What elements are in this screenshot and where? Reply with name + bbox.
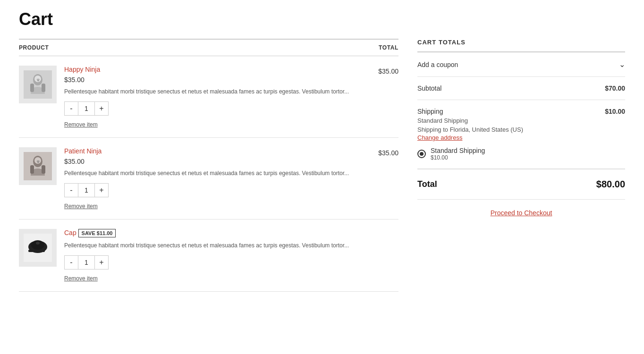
product-image: ψ (19, 147, 57, 185)
svg-rect-3 (42, 84, 45, 92)
item-total: $35.00 (378, 147, 398, 157)
cart-totals-title: CART TOTALS (417, 39, 625, 52)
quantity-increase-button[interactable]: + (95, 256, 108, 269)
chevron-down-icon: ⌄ (619, 60, 625, 69)
quantity-stepper: - 1 + (64, 183, 109, 197)
cart-item-details: Cap SAVE $11.00 Pellentesque habitant mo… (64, 229, 398, 282)
remove-item-button[interactable]: Remove item (64, 203, 98, 210)
cart-item-left: Cap SAVE $11.00 Pellentesque habitant mo… (19, 229, 398, 282)
item-total: $35.00 (378, 66, 398, 75)
proceed-to-checkout-button[interactable]: Proceed to Checkout (491, 209, 552, 217)
svg-text:ψ: ψ (37, 77, 40, 82)
quantity-stepper: - 1 + (64, 101, 109, 116)
product-name-link[interactable]: Cap (64, 229, 76, 236)
remove-item-button[interactable]: Remove item (64, 121, 98, 128)
product-badge: SAVE $11.00 (78, 229, 116, 237)
quantity-decrease-button[interactable]: - (65, 256, 78, 269)
page-title: Cart (19, 9, 625, 29)
total-label: Total (417, 179, 437, 189)
table-row: ψ Happy Ninja $35.00 Pellentesque habita… (19, 56, 398, 138)
cart-item-left: ψ Happy Ninja $35.00 Pellentesque habita… (19, 66, 378, 128)
subtotal-value: $70.00 (605, 84, 625, 92)
product-name-link[interactable]: Happy Ninja (64, 66, 100, 73)
change-address-link[interactable]: Change address (417, 134, 625, 141)
product-description: Pellentesque habitant morbi tristique se… (64, 169, 378, 177)
shipping-option-price: $10.00 (431, 154, 485, 161)
quantity-decrease-button[interactable]: - (65, 102, 78, 115)
product-name-link[interactable]: Patient Ninja (64, 147, 102, 155)
svg-rect-8 (30, 165, 34, 174)
cart-item-details: Patient Ninja $35.00 Pellentesque habita… (64, 147, 378, 210)
svg-rect-15 (28, 250, 45, 252)
shipping-option-details: Standard Shipping $10.00 (431, 147, 485, 161)
radio-inner (420, 152, 424, 156)
svg-point-16 (36, 242, 40, 244)
table-row: ψ Patient Ninja $35.00 Pellentesque habi… (19, 138, 398, 219)
shipping-method: Standard Shipping (417, 117, 468, 124)
cart-item-details: Happy Ninja $35.00 Pellentesque habitant… (64, 66, 378, 128)
product-price: $35.00 (64, 158, 378, 165)
quantity-value: 1 (78, 256, 95, 269)
remove-item-button[interactable]: Remove item (64, 275, 98, 282)
table-row: Cap SAVE $11.00 Pellentesque habitant mo… (19, 219, 398, 292)
cart-main: PRODUCT TOTAL ψ (19, 39, 398, 292)
cart-table-header: PRODUCT TOTAL (19, 39, 398, 56)
cart-item-left: ψ Patient Ninja $35.00 Pellentesque habi… (19, 147, 378, 210)
subtotal-row: Subtotal $70.00 (417, 77, 625, 100)
quantity-value: 1 (78, 102, 95, 115)
shipping-radio-button[interactable] (417, 150, 426, 158)
product-description: Pellentesque habitant morbi tristique se… (64, 87, 378, 96)
svg-rect-2 (30, 84, 34, 92)
shipping-option-label: Standard Shipping (431, 147, 485, 154)
product-column-header: PRODUCT (19, 44, 49, 51)
shipping-value: $10.00 (605, 108, 625, 115)
quantity-stepper: - 1 + (64, 255, 109, 270)
coupon-label: Add a coupon (417, 61, 458, 68)
product-price: $35.00 (64, 76, 378, 84)
shipping-option: Standard Shipping $10.00 (417, 147, 625, 161)
shipping-label: Shipping (417, 108, 443, 115)
product-description: Pellentesque habitant morbi tristique se… (64, 241, 398, 250)
cart-sidebar: CART TOTALS Add a coupon ⌄ Subtotal $70.… (417, 39, 625, 292)
quantity-value: 1 (78, 184, 95, 197)
svg-text:ψ: ψ (37, 159, 40, 163)
total-value: $80.00 (596, 179, 625, 190)
total-row: Total $80.00 (417, 169, 625, 200)
quantity-decrease-button[interactable]: - (65, 184, 78, 197)
subtotal-label: Subtotal (417, 84, 441, 92)
quantity-increase-button[interactable]: + (95, 184, 108, 197)
shipping-row: Shipping Standard Shipping $10.00 Shippi… (417, 100, 625, 169)
product-image (19, 229, 57, 267)
product-image: ψ (19, 66, 57, 103)
quantity-increase-button[interactable]: + (95, 102, 108, 115)
checkout-wrapper: Proceed to Checkout (417, 200, 625, 217)
shipping-location: Shipping to Florida, United States (US) (417, 126, 625, 133)
add-coupon-row[interactable]: Add a coupon ⌄ (417, 52, 625, 77)
total-column-header: TOTAL (379, 44, 398, 51)
svg-rect-9 (42, 165, 45, 174)
